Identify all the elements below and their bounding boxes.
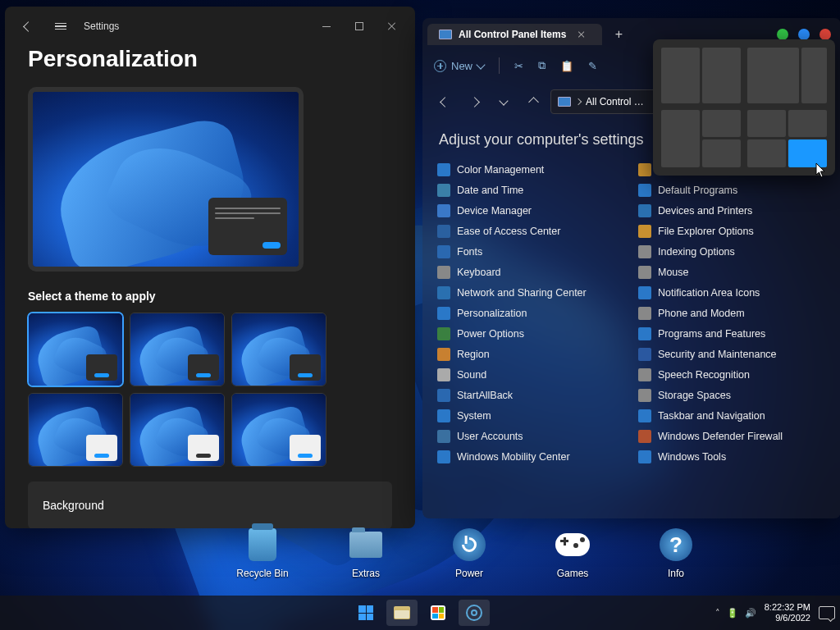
recycle-bin-icon — [243, 525, 282, 564]
desktop-icon-info[interactable]: ?Info — [643, 525, 709, 579]
cp-item-network-and-sharing-center[interactable]: Network and Sharing Center — [434, 285, 628, 301]
notifications-button[interactable] — [819, 606, 835, 619]
rename-icon[interactable]: ✎ — [588, 60, 597, 72]
cp-item-windows-mobility-center[interactable]: Windows Mobility Center — [434, 449, 628, 465]
settings-titlebar: Settings — [5, 7, 415, 46]
back-button[interactable] — [11, 13, 44, 39]
cp-item-devices-and-printers[interactable]: Devices and Printers — [635, 203, 829, 219]
cp-item-speech-recognition[interactable]: Speech Recognition — [635, 367, 829, 383]
desktop-icon-power[interactable]: Power — [436, 525, 502, 579]
control-panel-icon — [439, 30, 452, 39]
desktop-icon-extras[interactable]: Extras — [333, 525, 399, 579]
new-label: New — [451, 60, 472, 72]
cp-item-file-explorer-options[interactable]: File Explorer Options — [635, 223, 829, 240]
taskbar-explorer[interactable] — [386, 600, 418, 626]
cp-item-fonts[interactable]: Fonts — [434, 244, 628, 260]
cp-item-programs-and-features[interactable]: Programs and Features — [635, 326, 829, 342]
window-maximize-dot[interactable] — [798, 29, 810, 40]
cp-item-phone-and-modem[interactable]: Phone and Modem — [635, 305, 829, 322]
snap-layout-2[interactable] — [661, 110, 741, 168]
cp-item-label: Keyboard — [457, 267, 501, 278]
cp-item-icon — [437, 307, 450, 320]
cp-item-storage-spaces[interactable]: Storage Spaces — [635, 387, 829, 404]
cp-item-icon — [437, 204, 450, 217]
theme-option-2[interactable] — [231, 313, 326, 386]
hamburger-menu-icon[interactable] — [44, 13, 77, 39]
cp-item-ease-of-access-center[interactable]: Ease of Access Center — [434, 223, 628, 240]
cp-item-keyboard[interactable]: Keyboard — [434, 264, 628, 281]
cp-item-color-management[interactable]: Color Management — [434, 162, 628, 178]
cp-item-icon — [638, 450, 651, 463]
cp-item-sound[interactable]: Sound — [434, 367, 628, 383]
tab-title: All Control Panel Items — [459, 29, 566, 40]
snap-layout-0[interactable] — [661, 48, 741, 103]
cp-item-power-options[interactable]: Power Options — [434, 326, 628, 342]
personalization-preview — [28, 87, 304, 272]
theme-option-5[interactable] — [231, 393, 326, 467]
desktop-icon-recycle-bin[interactable]: Recycle Bin — [230, 525, 295, 579]
extras-icon — [346, 525, 386, 564]
cp-item-device-manager[interactable]: Device Manager — [434, 203, 628, 219]
background-row[interactable]: Background — [28, 482, 392, 528]
cp-item-windows-tools[interactable]: Windows Tools — [635, 449, 829, 465]
cp-item-icon — [638, 348, 651, 361]
taskbar-clock[interactable]: 8:22:32 PM 9/6/2022 — [765, 602, 810, 623]
new-button[interactable]: New — [434, 60, 484, 72]
start-button[interactable] — [350, 600, 381, 626]
cp-item-windows-defender-firewall[interactable]: Windows Defender Firewall — [635, 428, 829, 445]
cp-item-personalization[interactable]: Personalization — [434, 305, 628, 322]
nav-forward-button[interactable] — [462, 89, 486, 114]
desktop-icon-label: Recycle Bin — [230, 568, 295, 579]
cp-item-notification-area-icons[interactable]: Notification Area Icons — [635, 285, 829, 301]
snap-layout-1[interactable] — [747, 48, 827, 103]
theme-option-1[interactable] — [130, 313, 225, 386]
cp-item-label: Ease of Access Center — [457, 226, 560, 237]
cp-item-region[interactable]: Region — [434, 346, 628, 363]
cp-item-security-and-maintenance[interactable]: Security and Maintenance — [635, 346, 829, 363]
cp-item-date-and-time[interactable]: Date and Time — [434, 182, 628, 199]
minimize-button[interactable] — [310, 13, 343, 39]
cut-icon[interactable]: ✂ — [514, 60, 523, 72]
desktop-icon-games[interactable]: Games — [540, 525, 605, 579]
cp-item-default-programs[interactable]: Default Programs — [635, 182, 829, 199]
copy-icon[interactable]: ⧉ — [538, 59, 546, 72]
desktop-icon-label: Extras — [333, 568, 399, 579]
cp-item-indexing-options[interactable]: Indexing Options — [635, 244, 829, 260]
nav-up-button[interactable] — [521, 89, 546, 114]
maximize-button[interactable] — [343, 13, 376, 39]
cp-item-mouse[interactable]: Mouse — [635, 264, 829, 281]
cp-item-icon — [437, 450, 450, 463]
battery-icon[interactable]: 🔋 — [727, 608, 738, 619]
taskbar-settings[interactable] — [459, 600, 490, 626]
clock-date: 9/6/2022 — [765, 613, 810, 623]
cp-item-system[interactable]: System — [434, 408, 628, 424]
desktop-icon-label: Games — [540, 568, 605, 579]
cp-item-icon — [638, 266, 651, 279]
cp-item-icon — [437, 245, 450, 258]
cp-item-startallback[interactable]: StartAllBack — [434, 387, 628, 404]
cp-item-label: Speech Recognition — [658, 369, 750, 381]
new-tab-button[interactable]: + — [607, 27, 630, 42]
nav-recent-button[interactable] — [491, 89, 516, 114]
tab-control-panel[interactable]: All Control Panel Items — [427, 24, 602, 45]
info-icon: ? — [656, 525, 696, 564]
background-row-label: Background — [43, 499, 104, 512]
window-close-dot[interactable] — [819, 29, 831, 40]
window-minimize-dot[interactable] — [777, 29, 788, 40]
cp-item-taskbar-and-navigation[interactable]: Taskbar and Navigation — [635, 408, 829, 424]
snap-layout-3[interactable] — [747, 110, 827, 168]
theme-option-0[interactable] — [28, 313, 123, 386]
tray-chevron-icon[interactable]: ˄ — [715, 608, 720, 619]
cp-item-icon — [638, 368, 651, 381]
paste-icon[interactable]: 📋 — [560, 60, 573, 72]
cp-item-icon — [638, 163, 651, 176]
tab-close-button[interactable] — [573, 30, 591, 39]
close-button[interactable] — [376, 13, 409, 39]
taskbar-store[interactable] — [422, 600, 454, 626]
theme-option-3[interactable] — [28, 393, 123, 467]
theme-option-4[interactable] — [130, 393, 225, 467]
cp-item-user-accounts[interactable]: User Accounts — [434, 428, 628, 445]
nav-back-button[interactable] — [432, 89, 457, 114]
cp-item-icon — [437, 184, 450, 197]
volume-icon[interactable]: 🔊 — [745, 608, 756, 619]
